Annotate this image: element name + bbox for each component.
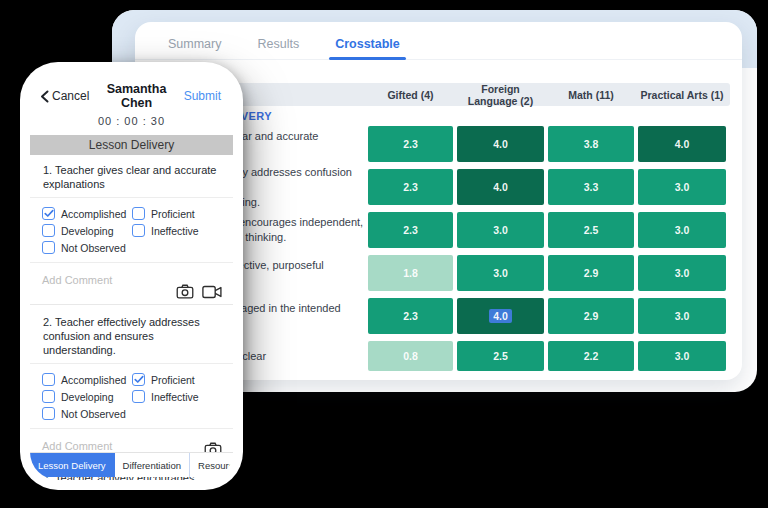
observee-name: Samantha Chen bbox=[89, 82, 183, 110]
selected-score-value: 4.0 bbox=[489, 309, 512, 323]
section-title-bar: Lesson Delivery bbox=[30, 135, 233, 155]
option-label: Ineffective bbox=[151, 391, 199, 403]
checkbox-checked-icon[interactable] bbox=[132, 373, 145, 386]
score-cell[interactable]: 4.0 bbox=[457, 169, 544, 205]
option-ineffective[interactable]: Ineffective bbox=[132, 390, 199, 403]
score-cell[interactable]: 3.0 bbox=[638, 298, 726, 334]
score-cell[interactable]: 1.8 bbox=[368, 255, 453, 291]
option-developing[interactable]: Developing bbox=[42, 390, 132, 403]
section-tab-resources[interactable]: Resources bbox=[190, 453, 233, 477]
section-tab-lesson-delivery[interactable]: Lesson Delivery bbox=[30, 453, 115, 477]
option-developing[interactable]: Developing bbox=[42, 224, 132, 237]
observation-timer: 00 : 00 : 30 bbox=[30, 115, 233, 127]
option-label: Developing bbox=[61, 391, 114, 403]
cancel-label: Cancel bbox=[52, 89, 89, 103]
score-cell[interactable]: 3.3 bbox=[548, 169, 634, 205]
option-accomplished[interactable]: Accomplished bbox=[42, 207, 132, 220]
camera-icon[interactable] bbox=[176, 284, 194, 299]
option-label: Ineffective bbox=[151, 225, 199, 237]
option-label: Accomplished bbox=[61, 374, 126, 386]
option-accomplished[interactable]: Accomplished bbox=[42, 373, 132, 386]
score-cell[interactable]: 2.3 bbox=[368, 126, 453, 162]
score-cell[interactable]: 3.0 bbox=[457, 255, 544, 291]
phone-section-tab-bar: Lesson DeliveryDifferentiationResourcesC… bbox=[30, 452, 233, 477]
score-cell[interactable]: 2.5 bbox=[457, 341, 544, 371]
score-cell[interactable]: 3.0 bbox=[638, 255, 726, 291]
tab-results[interactable]: Results bbox=[257, 37, 299, 53]
score-cell[interactable]: 3.8 bbox=[548, 126, 634, 162]
option-label: Accomplished bbox=[61, 208, 126, 220]
score-cell[interactable]: 3.0 bbox=[638, 169, 726, 205]
tab-summary[interactable]: Summary bbox=[168, 37, 221, 53]
phone-header: Cancel Samantha Chen Submit bbox=[30, 72, 233, 110]
question-1-text: 1. Teacher gives clear and accurate expl… bbox=[30, 155, 233, 197]
option-label: Developing bbox=[61, 225, 114, 237]
tab-crosstable[interactable]: Crosstable bbox=[335, 37, 400, 53]
score-cell[interactable]: 4.0 bbox=[457, 126, 544, 162]
question-1-options: AccomplishedProficientDevelopingIneffect… bbox=[30, 197, 233, 263]
checkbox-icon[interactable] bbox=[42, 373, 55, 386]
checkbox-icon[interactable] bbox=[132, 390, 145, 403]
checkbox-icon[interactable] bbox=[42, 390, 55, 403]
option-ineffective[interactable]: Ineffective bbox=[132, 224, 199, 237]
option-label: Not Observed bbox=[61, 242, 126, 254]
checkbox-icon[interactable] bbox=[132, 207, 145, 220]
option-label: Proficient bbox=[151, 208, 195, 220]
option-not-observed[interactable]: Not Observed bbox=[42, 241, 132, 254]
section-tab-differentiation[interactable]: Differentiation bbox=[115, 453, 190, 477]
checkbox-icon[interactable] bbox=[42, 241, 55, 254]
cancel-button[interactable]: Cancel bbox=[40, 89, 89, 103]
score-cell[interactable]: 4.0 bbox=[457, 298, 544, 334]
score-cell[interactable]: 2.3 bbox=[368, 169, 453, 205]
option-not-observed[interactable]: Not Observed bbox=[42, 407, 132, 420]
option-proficient[interactable]: Proficient bbox=[132, 207, 195, 220]
checkbox-icon[interactable] bbox=[132, 224, 145, 237]
score-cell[interactable]: 2.9 bbox=[548, 298, 634, 334]
checkbox-checked-icon[interactable] bbox=[42, 207, 55, 220]
score-cell[interactable]: 3.0 bbox=[638, 341, 726, 371]
question-1-attachment-icons bbox=[176, 284, 222, 299]
phone-device: Cancel Samantha Chen Submit 00 : 00 : 30… bbox=[20, 62, 243, 490]
video-camera-icon[interactable] bbox=[202, 285, 222, 299]
question-1-comment-field[interactable]: Add Comment bbox=[30, 263, 233, 305]
column-header-foreign-language-2: Foreign Language (2) bbox=[457, 83, 544, 107]
score-cell[interactable]: 2.2 bbox=[548, 341, 634, 371]
stage: SummaryResultsCrosstable Gifted (4)Forei… bbox=[0, 0, 768, 508]
question-2-text: 2. Teacher effectively addresses confusi… bbox=[30, 305, 233, 363]
phone-screen: Cancel Samantha Chen Submit 00 : 00 : 30… bbox=[30, 72, 233, 480]
score-cell[interactable]: 0.8 bbox=[368, 341, 453, 371]
checkbox-icon[interactable] bbox=[42, 224, 55, 237]
comment-placeholder: Add Comment bbox=[42, 274, 112, 286]
score-cell[interactable]: 3.0 bbox=[457, 212, 544, 248]
comment-placeholder: Add Comment bbox=[42, 440, 112, 452]
score-cell[interactable]: 2.3 bbox=[368, 298, 453, 334]
column-header-math-11: Math (11) bbox=[548, 89, 634, 101]
score-cell[interactable]: 3.0 bbox=[638, 212, 726, 248]
column-header-gifted-4: Gifted (4) bbox=[368, 89, 453, 101]
option-label: Not Observed bbox=[61, 408, 126, 420]
chevron-left-icon bbox=[40, 90, 49, 103]
score-cell[interactable]: 2.9 bbox=[548, 255, 634, 291]
desktop-tab-bar: SummaryResultsCrosstable bbox=[135, 22, 742, 60]
option-label: Proficient bbox=[151, 374, 195, 386]
question-2-options: AccomplishedProficientDevelopingIneffect… bbox=[30, 363, 233, 429]
score-cell[interactable]: 2.5 bbox=[548, 212, 634, 248]
score-cell[interactable]: 4.0 bbox=[638, 126, 726, 162]
submit-button[interactable]: Submit bbox=[184, 89, 221, 103]
option-proficient[interactable]: Proficient bbox=[132, 373, 195, 386]
checkbox-icon[interactable] bbox=[42, 407, 55, 420]
score-cell[interactable]: 2.3 bbox=[368, 212, 453, 248]
column-header-practical-arts-1: Practical Arts (1) bbox=[638, 89, 726, 101]
